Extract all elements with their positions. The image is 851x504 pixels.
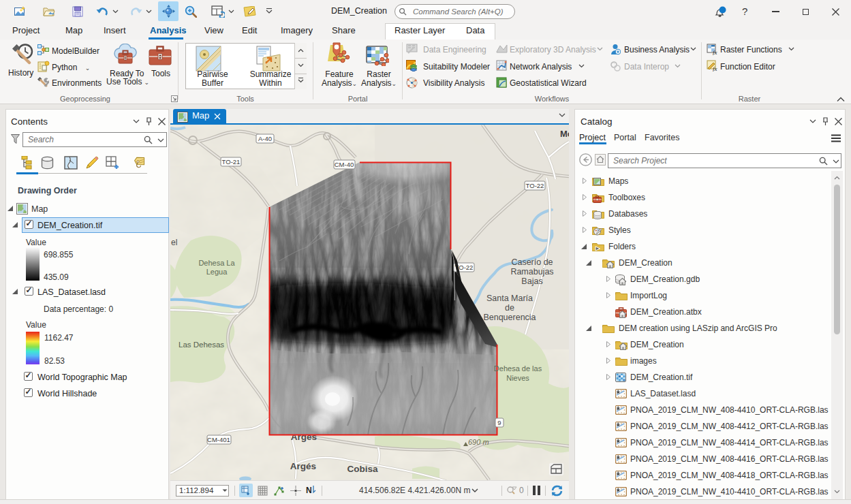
svg-text:9: 9 xyxy=(497,419,501,426)
svg-text:CM-401: CM-401 xyxy=(207,436,230,443)
svg-text:Cobisa: Cobisa xyxy=(347,464,378,474)
svg-text:Bajas: Bajas xyxy=(521,277,542,286)
svg-text:Las Dehesas: Las Dehesas xyxy=(179,341,224,349)
svg-text:Dehesa de las: Dehesa de las xyxy=(494,364,542,373)
svg-text:N: N xyxy=(306,486,312,495)
svg-text:Argés: Argés xyxy=(290,461,316,471)
svg-text:fx: fx xyxy=(713,65,717,72)
svg-text:690 m: 690 m xyxy=(468,438,489,446)
svg-text:TO-21: TO-21 xyxy=(222,158,241,166)
svg-text:Santa María: Santa María xyxy=(486,294,533,303)
svg-text:fx: fx xyxy=(713,49,717,55)
svg-text:Mo: Mo xyxy=(560,129,569,139)
svg-text:Benquerencia: Benquerencia xyxy=(483,313,536,322)
svg-text:TO-22: TO-22 xyxy=(526,182,544,189)
svg-text:el: el xyxy=(171,238,177,247)
svg-text:Ramabujas: Ramabujas xyxy=(510,267,553,277)
svg-text:Caserío de: Caserío de xyxy=(511,257,553,267)
svg-text:A-40: A-40 xyxy=(258,135,272,142)
svg-text:Legua: Legua xyxy=(206,268,228,276)
svg-text:CM-40: CM-40 xyxy=(335,161,354,168)
svg-text:Nieves: Nieves xyxy=(506,374,529,382)
svg-text:de: de xyxy=(505,303,514,313)
svg-text:Dehesa La: Dehesa La xyxy=(198,259,235,267)
